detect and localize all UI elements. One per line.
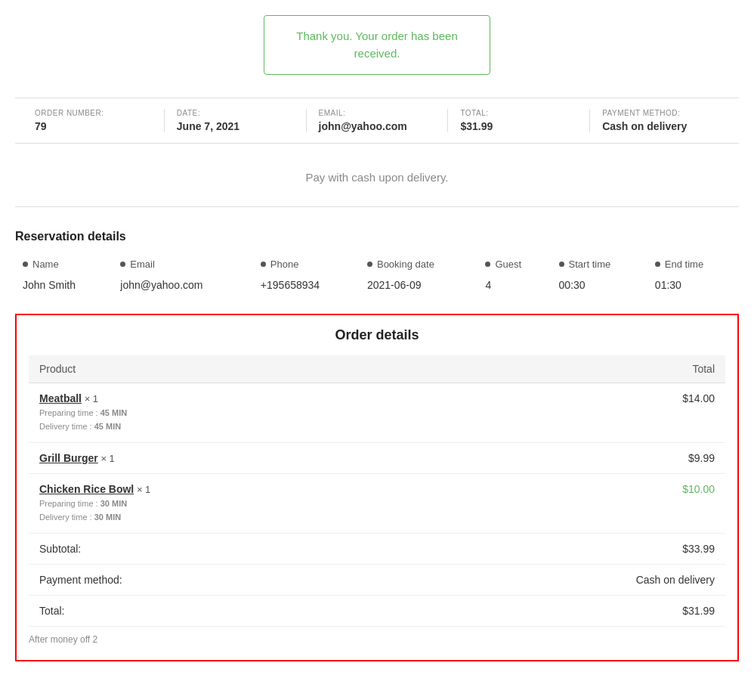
product-name: Grill Burger [39,452,98,464]
bullet-icon [367,262,372,267]
order-item-total: $9.99 [425,443,725,474]
res-phone-value: +195658934 [253,276,360,299]
payment-item: PAYMENT METHOD: Cash on delivery [590,109,731,132]
order-meta: ORDER NUMBER: 79 DATE: June 7, 2021 EMAI… [15,98,739,144]
res-email-value: john@yahoo.com [113,276,253,299]
res-guest-value: 4 [477,276,551,299]
total-label: TOTAL: [460,109,577,117]
email-value: john@yahoo.com [319,120,436,132]
thank-you-banner: Thank you. Your order has been received. [264,15,490,75]
bullet-icon [655,262,660,267]
reservation-title: Reservation details [15,230,739,243]
total-row-label: Total: [29,596,425,627]
res-booking-value: 2021-06-09 [360,276,477,299]
date-label: DATE: [177,109,294,117]
subtotal-label: Subtotal: [29,534,425,565]
meta-value: 30 MIN [100,499,127,508]
total-row-value: $31.99 [425,596,725,627]
res-col-name: Name [15,252,113,276]
pay-message: Pay with cash upon delivery. [15,159,739,207]
meta-label: Preparing time : [39,499,100,508]
bullet-icon [559,262,564,267]
res-col-booking: Booking date [360,252,477,276]
payment-row-value: Cash on delivery [425,565,725,596]
subtotal-value: $33.99 [425,534,725,565]
product-qty: × 1 [98,453,115,464]
order-item-product: Meatball × 1Preparing time : 45 MINDeliv… [29,383,425,443]
order-item-total: $10.00 [425,474,725,534]
bullet-icon [120,262,125,267]
col-total-header: Total [425,355,725,383]
total-value: $31.99 [460,120,577,132]
meta-label: Delivery time : [39,422,94,431]
total-item: TOTAL: $31.99 [448,109,590,132]
meta-label: Preparing time : [39,408,100,417]
res-col-phone: Phone [253,252,360,276]
order-item-product: Chicken Rice Bowl × 1Preparing time : 30… [29,474,425,534]
res-name-value: John Smith [15,276,113,299]
product-qty: × 1 [82,393,98,404]
order-table: Product Total Meatball × 1Preparing time… [29,355,725,627]
bullet-icon [485,262,490,267]
total-row: Total:$31.99 [29,596,725,627]
order-number-value: 79 [35,120,152,132]
product-name: Chicken Rice Bowl [39,483,134,495]
res-col-email: Email [113,252,253,276]
reservation-table: Name Email Phone Booking date Guest Star… [15,252,739,299]
payment-row-label: Payment method: [29,565,425,596]
res-end-value: 01:30 [647,276,739,299]
meta-value: 45 MIN [94,422,121,431]
meta-value: 45 MIN [100,408,127,417]
bullet-icon [261,262,266,267]
res-start-value: 00:30 [552,276,647,299]
order-item-product: Grill Burger × 1 [29,443,425,474]
email-item: EMAIL: john@yahoo.com [307,109,449,132]
res-col-end: End time [647,252,739,276]
order-item-row: Grill Burger × 1$9.99 [29,443,725,474]
payment-meta-label: PAYMENT METHOD: [602,109,719,117]
product-meta: Preparing time : 30 MINDelivery time : 3… [39,497,415,524]
order-item-row: Meatball × 1Preparing time : 45 MINDeliv… [29,383,725,443]
bullet-icon [23,262,28,267]
email-label: EMAIL: [319,109,436,117]
product-name: Meatball [39,392,82,404]
payment-row: Payment method:Cash on delivery [29,565,725,596]
date-value: June 7, 2021 [177,120,294,132]
date-item: DATE: June 7, 2021 [165,109,307,132]
order-item-total: $14.00 [425,383,725,443]
order-details-box: Order details Product Total Meatball × 1… [15,314,739,661]
reservation-row: John Smith john@yahoo.com +195658934 202… [15,276,739,299]
subtotal-row: Subtotal:$33.99 [29,534,725,565]
order-number-item: ORDER NUMBER: 79 [23,109,165,132]
meta-label: Delivery time : [39,513,94,522]
order-details-title: Order details [29,327,725,343]
after-money-text: After money off 2 [29,627,725,648]
order-number-label: ORDER NUMBER: [35,109,152,117]
meta-value: 30 MIN [94,513,121,522]
col-product-header: Product [29,355,425,383]
product-meta: Preparing time : 45 MINDelivery time : 4… [39,407,415,433]
res-col-guest: Guest [477,252,551,276]
payment-meta-value: Cash on delivery [602,120,719,132]
order-item-row: Chicken Rice Bowl × 1Preparing time : 30… [29,474,725,534]
product-qty: × 1 [134,484,150,495]
res-col-start: Start time [552,252,647,276]
